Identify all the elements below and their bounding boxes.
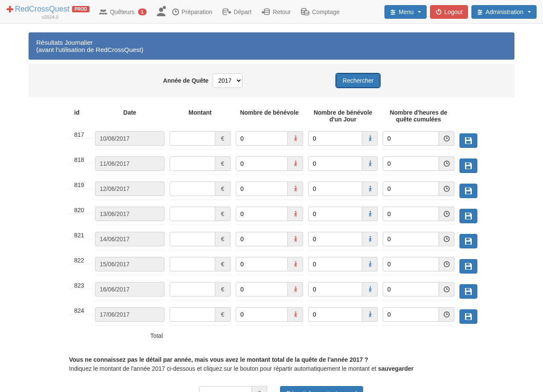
benevole-input[interactable] xyxy=(236,131,288,146)
annual-amount-group: € xyxy=(199,386,267,392)
benevole-jour-input[interactable] xyxy=(308,131,362,146)
benevole-jour-input[interactable] xyxy=(308,307,362,322)
benevole-jour-input[interactable] xyxy=(308,257,362,271)
cross-icon: ✚ xyxy=(6,4,14,14)
depart-icon xyxy=(222,8,231,16)
benevole-input[interactable] xyxy=(236,282,288,297)
heures-input[interactable] xyxy=(383,131,439,146)
montant-input[interactable] xyxy=(170,257,215,271)
heures-input[interactable] xyxy=(383,232,439,246)
walk-blue-icon xyxy=(362,232,378,246)
nav-comptage[interactable]: Comptage xyxy=(296,3,345,20)
logout-label: Logout xyxy=(444,9,462,15)
date-input xyxy=(95,307,165,322)
heures-input[interactable] xyxy=(383,156,439,171)
footer-instruction: Indiquez le montant de l'année 2017 ci-d… xyxy=(69,365,378,372)
heures-input[interactable] xyxy=(383,282,439,297)
montant-input[interactable] xyxy=(170,207,215,221)
clock-addon-icon xyxy=(439,207,454,221)
year-select[interactable]: 2017 xyxy=(213,73,243,88)
table-row: 822 € xyxy=(69,254,493,279)
heures-input[interactable] xyxy=(383,182,439,196)
benevole-jour-input[interactable] xyxy=(308,282,362,297)
logout-button[interactable]: Logout xyxy=(430,5,468,19)
retour-icon xyxy=(262,8,270,16)
euro-addon: € xyxy=(215,156,231,171)
benevole-jour-input[interactable] xyxy=(308,156,362,171)
save-row-button[interactable] xyxy=(459,159,477,173)
date-input xyxy=(95,282,165,297)
montant-input[interactable] xyxy=(170,232,215,246)
cell-id: 821 xyxy=(69,232,92,239)
benevole-input[interactable] xyxy=(236,182,288,196)
nav-queteurs[interactable]: Quêteurs 1 xyxy=(94,3,152,20)
save-row-button[interactable] xyxy=(459,309,477,324)
annual-amount-input[interactable] xyxy=(199,386,252,392)
year-label: Année de Quête xyxy=(163,77,209,84)
save-row-button[interactable] xyxy=(459,184,477,198)
admin-button[interactable]: Administration xyxy=(471,5,537,19)
people-icon xyxy=(99,8,107,16)
heures-input[interactable] xyxy=(383,307,439,322)
montant-input[interactable] xyxy=(170,282,215,297)
nav-retour[interactable]: Retour xyxy=(257,3,296,20)
nav-register[interactable] xyxy=(152,3,167,20)
date-input xyxy=(95,156,165,171)
brand[interactable]: ✚RedCrossQuest PROD v2024.0 xyxy=(6,4,90,20)
save-row-button[interactable] xyxy=(459,259,477,274)
nav-depart[interactable]: Départ xyxy=(217,3,257,20)
table-row: 823 € xyxy=(69,279,493,304)
walk-red-icon xyxy=(288,232,303,246)
montant-input[interactable] xyxy=(170,307,215,322)
person-icon xyxy=(157,8,165,16)
col-montant: Montant xyxy=(167,109,233,116)
cell-id: 822 xyxy=(69,257,92,264)
heures-input[interactable] xyxy=(383,207,439,221)
euro-addon: € xyxy=(215,232,231,246)
walk-blue-icon xyxy=(362,207,378,221)
walk-red-icon xyxy=(288,207,303,221)
walk-blue-icon xyxy=(362,307,378,322)
save-row-button[interactable] xyxy=(459,209,477,223)
benevole-input[interactable] xyxy=(236,156,288,171)
benevole-input[interactable] xyxy=(236,307,288,322)
save-row-button[interactable] xyxy=(459,133,477,148)
col-id: id xyxy=(74,109,79,118)
euro-addon: € xyxy=(215,307,231,322)
benevole-jour-input[interactable] xyxy=(308,207,362,221)
nav-queteurs-label: Quêteurs xyxy=(110,9,135,15)
sliders-icon xyxy=(390,9,396,15)
save-icon xyxy=(465,137,472,144)
nav-preparation[interactable]: Préparation xyxy=(167,4,217,20)
caret-icon xyxy=(528,11,531,13)
benevole-input[interactable] xyxy=(236,257,288,271)
nav-comptage-label: Comptage xyxy=(312,9,340,15)
sliders-icon xyxy=(477,9,483,15)
search-button[interactable]: Rechercher xyxy=(336,74,380,87)
repartir-button[interactable]: Répartir le montant annuel xyxy=(280,386,363,392)
euro-addon: € xyxy=(215,131,231,146)
cell-id: 823 xyxy=(69,282,92,289)
montant-input[interactable] xyxy=(170,156,215,171)
walk-red-icon xyxy=(288,282,303,297)
benevole-input[interactable] xyxy=(236,232,288,246)
montant-input[interactable] xyxy=(170,182,215,196)
date-input xyxy=(95,182,165,196)
montant-input[interactable] xyxy=(170,131,215,146)
admin-label: Administration xyxy=(485,9,523,15)
benevole-input[interactable] xyxy=(236,207,288,221)
menu-button[interactable]: Menu xyxy=(384,5,427,19)
save-icon xyxy=(465,263,472,270)
clock-addon-icon xyxy=(439,182,454,196)
save-row-button[interactable] xyxy=(459,284,477,299)
heures-input[interactable] xyxy=(383,257,439,271)
queteurs-count-badge: 1 xyxy=(138,9,147,15)
euro-addon: € xyxy=(215,182,231,196)
nav-preparation-label: Préparation xyxy=(182,9,212,15)
benevole-jour-input[interactable] xyxy=(308,232,362,246)
save-row-button[interactable] xyxy=(459,234,477,248)
date-input xyxy=(95,232,165,246)
panel-subtitle: (avant l'utilisation de RedCrossQuest) xyxy=(36,46,507,53)
save-icon xyxy=(465,213,472,219)
benevole-jour-input[interactable] xyxy=(308,182,362,196)
